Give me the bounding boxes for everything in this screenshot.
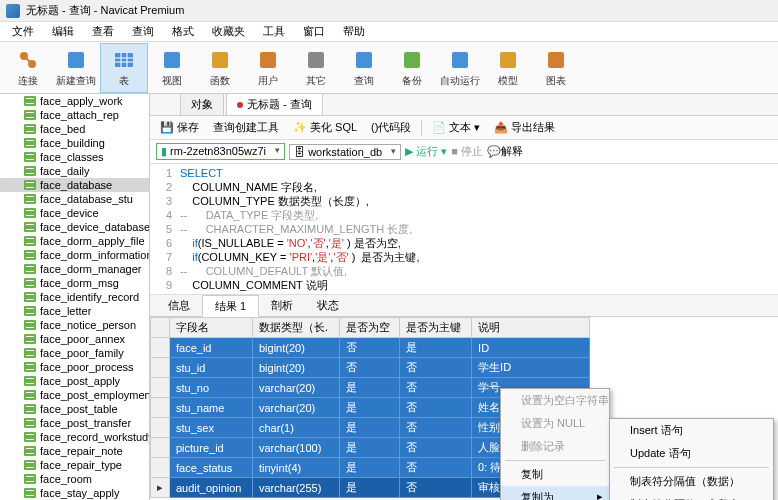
window-title: 无标题 - 查询 - Navicat Premium [26,3,184,18]
tab-objects[interactable]: 对象 [180,94,224,115]
table-icon [24,446,36,456]
tree-item[interactable]: face_poor_process [0,360,149,374]
tree-item[interactable]: face_attach_rep [0,108,149,122]
tree-item[interactable]: face_dorm_manager [0,262,149,276]
tree-item[interactable]: face_repair_note [0,444,149,458]
col-header[interactable]: 是否为主键 [400,318,472,338]
menu-收藏夹[interactable]: 收藏夹 [204,22,253,41]
tool-表[interactable]: 表 [100,43,148,93]
ctx-item[interactable]: 制表符分隔值（数据） [610,470,773,493]
svg-rect-16 [500,52,516,68]
query-builder-button[interactable]: 查询创建工具 [209,118,283,137]
tree-item[interactable]: face_device [0,206,149,220]
explain-button[interactable]: 💬解释 [487,144,523,159]
col-header[interactable]: 说明 [472,318,590,338]
table-row[interactable]: face_idbigint(20)否是ID [151,338,590,358]
save-button[interactable]: 💾 保存 [156,118,203,137]
table-icon [24,138,36,148]
run-button[interactable]: ▶ 运行 ▾ [405,144,447,159]
tree-item[interactable]: face_letter [0,304,149,318]
tree-item[interactable]: face_database [0,178,149,192]
tree-item[interactable]: face_post_transfer [0,416,149,430]
res-tab-0[interactable]: 信息 [156,295,202,316]
editor-tabs: 对象 无标题 - 查询 [150,94,778,116]
table-icon [24,362,36,372]
database-combo[interactable]: 🗄 workstation_db [289,144,401,160]
table-row[interactable]: stu_idbigint(20)否否学生ID [151,358,590,378]
table-icon [24,460,36,470]
tool-连接[interactable]: 连接 [4,43,52,93]
title-bar: 无标题 - 查询 - Navicat Premium [0,0,778,22]
tree-item[interactable]: face_building [0,136,149,150]
tool-模型[interactable]: 模型 [484,43,532,93]
context-submenu[interactable]: Insert 语句Update 语句制表符分隔值（数据）制表符分隔值（字段名）制… [609,418,774,500]
tool-图表[interactable]: 图表 [532,43,580,93]
tree-item[interactable]: face_classes [0,150,149,164]
tree-item[interactable]: face_daily [0,164,149,178]
ctx-item[interactable]: 复制为 [501,486,609,500]
tree-item[interactable]: face_identify_record [0,290,149,304]
beautify-button[interactable]: ✨美化 SQL [289,118,361,137]
tree-item[interactable]: face_apply_work [0,94,149,108]
res-tab-1[interactable]: 结果 1 [202,295,259,317]
tool-自动运行[interactable]: 自动运行 [436,43,484,93]
tree-item[interactable]: face_stay_apply [0,486,149,500]
ctx-item[interactable]: 制表符分隔值（字段名） [610,493,773,500]
ctx-item[interactable]: Insert 语句 [610,419,773,442]
tree-item[interactable]: face_dorm_apply_file [0,234,149,248]
tree-item[interactable]: face_room [0,472,149,486]
tool-新建查询[interactable]: 新建查询 [52,43,100,93]
table-icon [24,390,36,400]
export-button[interactable]: 📤导出结果 [490,118,559,137]
stop-button[interactable]: ■ 停止 [451,144,483,159]
table-icon [24,180,36,190]
tree-item[interactable]: face_repair_type [0,458,149,472]
svg-rect-10 [212,52,228,68]
col-header[interactable]: 是否为空 [339,318,399,338]
menu-格式[interactable]: 格式 [164,22,202,41]
table-icon [24,166,36,176]
tree-item[interactable]: face_poor_annex [0,332,149,346]
menu-帮助[interactable]: 帮助 [335,22,373,41]
tree-item[interactable]: face_post_employmen [0,388,149,402]
ctx-item[interactable]: Update 语句 [610,442,773,465]
tree-item[interactable]: face_poor_family [0,346,149,360]
tab-query[interactable]: 无标题 - 查询 [226,94,323,115]
tree-item[interactable]: face_device_database [0,220,149,234]
tree-item[interactable]: face_dorm_information [0,248,149,262]
tree-item[interactable]: face_post_table [0,402,149,416]
menu-文件[interactable]: 文件 [4,22,42,41]
ctx-item[interactable]: 复制 [501,463,609,486]
tool-函数[interactable]: 函数 [196,43,244,93]
menu-工具[interactable]: 工具 [255,22,293,41]
object-tree[interactable]: face_apply_workface_attach_repface_bedfa… [0,94,150,500]
tool-查询[interactable]: 查询 [340,43,388,93]
tree-item[interactable]: face_record_workstudy [0,430,149,444]
tree-item[interactable]: face_bed [0,122,149,136]
table-icon [24,404,36,414]
tool-其它[interactable]: 其它 [292,43,340,93]
res-tab-3[interactable]: 状态 [305,295,351,316]
tool-备份[interactable]: 备份 [388,43,436,93]
tool-视图[interactable]: 视图 [148,43,196,93]
tree-item[interactable]: face_dorm_msg [0,276,149,290]
menu-编辑[interactable]: 编辑 [44,22,82,41]
table-icon [24,124,36,134]
menu-查看[interactable]: 查看 [84,22,122,41]
text-button[interactable]: 📄文本 ▾ [428,118,484,137]
code-snippet-button[interactable]: ()代码段 [367,118,415,137]
context-menu[interactable]: 设置为空白字符串设置为 NULL删除记录复制复制为粘贴显示 [500,388,610,500]
col-header[interactable]: 字段名 [170,318,253,338]
table-icon [24,152,36,162]
res-tab-2[interactable]: 剖析 [259,295,305,316]
tree-item[interactable]: face_post_apply [0,374,149,388]
menu-窗口[interactable]: 窗口 [295,22,333,41]
tree-item[interactable]: face_database_stu [0,192,149,206]
connection-combo[interactable]: ▮ rm-2zetn83n05wz7i [156,143,285,160]
menu-查询[interactable]: 查询 [124,22,162,41]
sql-editor[interactable]: 1SELECT2 COLUMN_NAME 字段名,3 COLUMN_TYPE 数… [150,164,778,295]
ctx-item: 删除记录 [501,435,609,458]
col-header[interactable]: 数据类型（长. [253,318,340,338]
tool-用户[interactable]: 用户 [244,43,292,93]
tree-item[interactable]: face_notice_person [0,318,149,332]
